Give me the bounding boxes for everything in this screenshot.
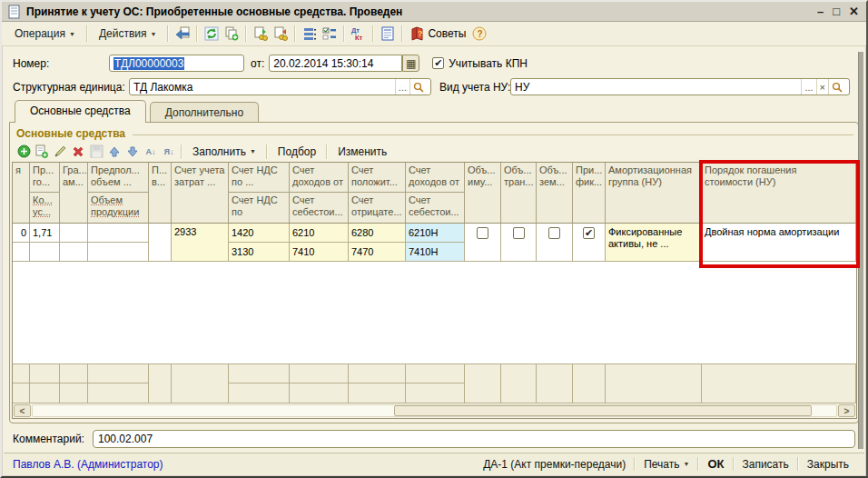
- grid-cell-col-fixed-asset-flag[interactable]: [573, 224, 606, 261]
- fill-button[interactable]: Заполнить ▼: [185, 144, 263, 160]
- copy-row-button[interactable]: [33, 143, 51, 160]
- refresh-button[interactable]: [202, 25, 222, 44]
- post-document-icon: [175, 26, 191, 41]
- calendar-button[interactable]: ▦: [402, 55, 419, 72]
- scroll-left-button[interactable]: <: [14, 404, 31, 417]
- grid-colhead-col-amort-group[interactable]: Амортизационная группа (НУ): [606, 163, 702, 223]
- grid-cell-col-land-object[interactable]: [537, 224, 573, 261]
- grid-cell-col-planned-volume[interactable]: [88, 224, 149, 261]
- minimize-button[interactable]: –: [817, 5, 824, 18]
- sort-asc-icon: А↓: [146, 148, 156, 155]
- document-icon: [7, 5, 22, 19]
- sort-desc-button[interactable]: Я↓: [160, 143, 178, 160]
- grid-colhead-col-fixed-asset-flag[interactable]: При... фик...: [573, 163, 606, 223]
- move-down-button[interactable]: [123, 143, 142, 160]
- pick-button[interactable]: Подбор: [271, 144, 323, 160]
- move-up-button[interactable]: [105, 143, 123, 160]
- grid-colhead-col-amort-schedule[interactable]: Гра... ам...: [60, 163, 88, 223]
- grid-cell-col-income-account[interactable]: 62107410: [290, 224, 349, 261]
- grid-colhead-col-0[interactable]: я: [13, 163, 30, 223]
- col-transport-object-checkbox[interactable]: [513, 227, 525, 239]
- grid-colhead-col-income-nu-account[interactable]: Счет доходов отСчет себестои...: [406, 163, 465, 223]
- grid-colhead-col-transport-object[interactable]: Объ... тран...: [501, 163, 537, 223]
- comment-input[interactable]: 100.02.007: [93, 430, 855, 448]
- grid-cell-col-amort-schedule[interactable]: [60, 224, 88, 261]
- maximize-button[interactable]: □: [833, 5, 840, 18]
- print-button[interactable]: Печать ▼: [637, 456, 695, 473]
- grid-footcell-col-amort-schedule: [60, 364, 88, 403]
- end-edit-button[interactable]: [87, 143, 105, 160]
- grid-colhead-col-vat-account[interactable]: Счет НДС по ...Счет НДС по: [229, 163, 290, 223]
- number-label: Номер:: [13, 57, 109, 70]
- unit-select-button[interactable]: ...: [395, 79, 409, 95]
- grid-colhead-col-income-account[interactable]: Счет доходов отСчет себестои...: [290, 163, 349, 223]
- sort-asc-button[interactable]: А↓: [142, 143, 160, 160]
- grid-cell-col-repayment-order[interactable]: Двойная норма амортизации: [702, 224, 856, 261]
- list-settings-button[interactable]: [320, 25, 340, 44]
- grid-empty-area: [13, 262, 856, 363]
- grid-cell-col-vat-account[interactable]: 14203130: [229, 224, 290, 261]
- nu-kind-input[interactable]: НУ ... ×: [510, 78, 850, 95]
- close-button[interactable]: ✕: [849, 5, 859, 18]
- scrollbar-track[interactable]: [32, 404, 837, 417]
- grid-colhead-col-p-v[interactable]: П... в...: [149, 163, 172, 223]
- tab-fixed-assets[interactable]: Основные средства: [15, 100, 146, 123]
- menu-operation[interactable]: Операция ▼: [7, 24, 83, 44]
- menu-actions[interactable]: Действия ▼: [92, 24, 164, 44]
- grid-colhead-col-positive-account[interactable]: Счет положит...Счет отрицате...: [349, 163, 406, 223]
- grid-colhead-col-property-object[interactable]: Объ... иму...: [465, 163, 501, 223]
- date-input[interactable]: 20.02.2014 15:30:14: [269, 55, 402, 72]
- tab-additional[interactable]: Дополнительно: [150, 102, 259, 122]
- ok-button[interactable]: ОК: [701, 455, 730, 473]
- grid-cell-col-positive-account[interactable]: 62807470: [349, 224, 406, 261]
- unit-input[interactable]: ТД Лакомка ...: [129, 78, 431, 95]
- grid-cell-col-percent-year[interactable]: 1,71: [30, 224, 60, 261]
- enter-on-basis-button[interactable]: [251, 25, 271, 44]
- grid-cell-col-property-object[interactable]: [465, 224, 501, 261]
- chevron-down-icon: ▼: [250, 148, 256, 154]
- user-link[interactable]: Павлов А.В. (Администратор): [13, 458, 477, 471]
- nu-select-button[interactable]: ...: [801, 79, 815, 95]
- post-document-button[interactable]: [173, 25, 192, 44]
- chevron-down-icon: ▼: [150, 31, 156, 37]
- scroll-right-button[interactable]: >: [838, 404, 855, 417]
- delete-row-button[interactable]: [69, 143, 87, 160]
- grid-colhead-col-percent-year[interactable]: Пр... го...Ко... ус...: [30, 163, 60, 223]
- grid-cell-col-amort-group[interactable]: Фиксированные активы, не ...: [606, 224, 702, 261]
- toolbar-separator: [326, 144, 328, 159]
- report-button[interactable]: [378, 25, 398, 44]
- col-property-object-checkbox[interactable]: [477, 227, 488, 239]
- grid-top: яПр... го...Ко... ус...Гра... ам...Предп…: [13, 163, 856, 262]
- print-form-button[interactable]: ДА-1 (Акт премки-передачи): [477, 456, 632, 473]
- document-movements-button[interactable]: [271, 25, 291, 44]
- grid-cell-col-transport-object[interactable]: [501, 224, 537, 261]
- help-button[interactable]: ?: [469, 25, 489, 44]
- close-form-button[interactable]: Закрыть: [801, 456, 855, 473]
- col-fixed-asset-flag-checkbox[interactable]: [583, 227, 595, 239]
- grid-cell-col-income-nu-account[interactable]: 6210Н7410Н: [406, 224, 465, 261]
- grid-cell-col-p-v[interactable]: [149, 224, 172, 261]
- grid-colhead-col-planned-volume[interactable]: Предпол... объем ...Объем продукции: [88, 163, 149, 223]
- add-row-button[interactable]: [15, 143, 33, 160]
- grid-colhead-col-land-object[interactable]: Объ... зем...: [537, 163, 573, 223]
- grid-colhead-col-cost-account[interactable]: Счет учета затрат ...: [172, 163, 229, 223]
- copy-document-button[interactable]: [222, 25, 242, 44]
- nu-search-button[interactable]: [828, 79, 845, 95]
- grid-cell-col-0[interactable]: 0: [13, 224, 30, 261]
- edit-row-button[interactable]: [51, 143, 69, 160]
- scrollbar-thumb[interactable]: [394, 405, 812, 416]
- save-button[interactable]: Записать: [736, 456, 795, 473]
- change-button[interactable]: Изменить: [330, 144, 394, 160]
- unit-search-button[interactable]: [409, 79, 427, 95]
- advice-button[interactable]: ? Советы: [407, 25, 469, 43]
- list-structure-button[interactable]: [300, 25, 320, 44]
- kpn-checkbox[interactable]: [432, 57, 444, 69]
- nu-clear-button[interactable]: ×: [816, 79, 828, 95]
- number-input[interactable]: ТДЛ00000003: [109, 55, 244, 72]
- toolbar-separator: [181, 144, 182, 159]
- dt-kt-button[interactable]: ДтКт: [349, 25, 369, 44]
- col-land-object-checkbox[interactable]: [548, 227, 560, 239]
- grid-colhead-col-repayment-order[interactable]: Порядок погашения стоимости (НУ): [702, 163, 856, 223]
- grid-cell-col-cost-account[interactable]: 2933: [172, 224, 229, 261]
- toolbar-separator: [196, 25, 198, 42]
